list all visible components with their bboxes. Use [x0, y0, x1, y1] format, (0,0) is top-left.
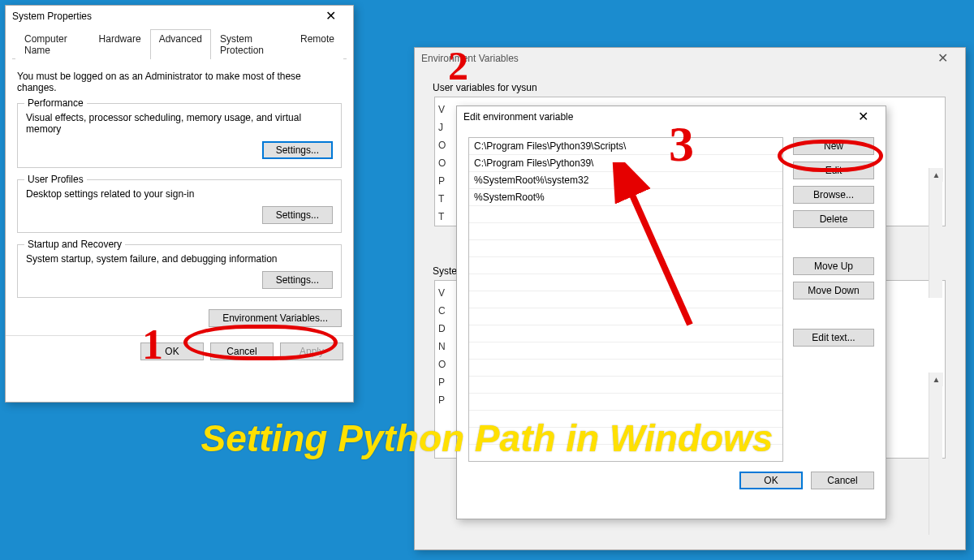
close-icon[interactable]: ✕: [926, 53, 959, 64]
chevron-up-icon[interactable]: ▲: [929, 168, 943, 182]
path-entry-empty[interactable]: [469, 325, 782, 342]
env-parent-title: Environment Variables: [421, 53, 519, 64]
group-user-profiles-label: User Profiles: [24, 174, 87, 185]
group-performance: Performance Visual effects, processor sc…: [17, 103, 342, 168]
path-entry-empty[interactable]: [469, 257, 782, 274]
sysprops-ok-button[interactable]: OK: [140, 342, 204, 360]
edit-text-button[interactable]: Edit text...: [793, 329, 874, 347]
path-entry-empty[interactable]: [469, 206, 782, 223]
sysprops-tab-content: You must be logged on as an Administrato…: [6, 59, 353, 335]
path-entry-empty[interactable]: [469, 240, 782, 257]
path-entry-empty[interactable]: [469, 377, 782, 394]
tab-hardware[interactable]: Hardware: [90, 29, 150, 59]
environment-variables-button[interactable]: Environment Variables...: [209, 309, 342, 327]
tab-system-protection[interactable]: System Protection: [211, 29, 291, 59]
admin-note: You must be logged on as an Administrato…: [17, 71, 342, 93]
sysprops-titlebar: System Properties ✕: [6, 6, 353, 27]
close-icon[interactable]: ✕: [847, 111, 879, 123]
group-performance-label: Performance: [24, 97, 87, 109]
paths-listbox[interactable]: C:\Program Files\Python39\Scripts\ C:\Pr…: [468, 137, 783, 462]
new-button[interactable]: New: [793, 137, 874, 155]
move-up-button[interactable]: Move Up: [793, 257, 874, 275]
sysprops-bottom-buttons: OK Cancel Apply: [6, 335, 353, 367]
user-variables-label: User variables for vysun: [433, 82, 950, 93]
sysprops-tabs: Computer Name Hardware Advanced System P…: [12, 28, 347, 59]
tab-advanced[interactable]: Advanced: [150, 29, 211, 59]
path-entry-empty[interactable]: [469, 428, 782, 445]
tab-computer-name[interactable]: Computer Name: [15, 29, 90, 59]
system-properties-window: System Properties ✕ Computer Name Hardwa…: [5, 5, 354, 403]
path-entry-empty[interactable]: [469, 274, 782, 291]
edit-ok-button[interactable]: OK: [739, 472, 803, 489]
performance-settings-button[interactable]: Settings...: [262, 141, 333, 159]
close-icon[interactable]: ✕: [314, 11, 347, 22]
sysprops-cancel-button[interactable]: Cancel: [210, 342, 274, 360]
env-parent-titlebar: Environment Variables ✕: [415, 48, 965, 69]
edit-environment-variable-window: Edit environment variable ✕ C:\Program F…: [456, 106, 886, 519]
edit-button[interactable]: Edit: [793, 162, 874, 179]
path-entry[interactable]: C:\Program Files\Python39\Scripts\: [469, 138, 782, 155]
path-entry[interactable]: %SystemRoot%\system32: [469, 172, 782, 189]
path-entry-empty[interactable]: [469, 223, 782, 240]
path-entry[interactable]: C:\Program Files\Python39\: [469, 155, 782, 172]
user-profiles-desc: Desktop settings related to your sign-in: [26, 188, 333, 200]
path-entry-empty[interactable]: [469, 342, 782, 360]
path-entry-empty[interactable]: [469, 360, 782, 377]
path-entry-empty[interactable]: [469, 394, 782, 411]
chevron-up-icon[interactable]: ▲: [929, 373, 943, 386]
group-user-profiles: User Profiles Desktop settings related t…: [17, 179, 342, 233]
edit-side-buttons: New Edit Browse... Delete Move Up Move D…: [793, 137, 874, 462]
delete-button[interactable]: Delete: [793, 210, 874, 228]
startup-settings-button[interactable]: Settings...: [262, 271, 333, 289]
sysprops-apply-button[interactable]: Apply: [280, 342, 343, 360]
edit-dialog-title: Edit environment variable: [463, 111, 573, 123]
edit-cancel-button[interactable]: Cancel: [811, 472, 874, 489]
path-entry[interactable]: %SystemRoot%: [469, 189, 782, 206]
move-down-button[interactable]: Move Down: [793, 282, 874, 299]
performance-desc: Visual effects, processor scheduling, me…: [26, 112, 333, 135]
path-entry-empty[interactable]: [469, 411, 782, 428]
sysprops-title: System Properties: [12, 11, 92, 22]
user-profiles-settings-button[interactable]: Settings...: [262, 206, 333, 224]
browse-button[interactable]: Browse...: [793, 186, 874, 204]
group-startup-label: Startup and Recovery: [24, 239, 125, 250]
startup-desc: System startup, system failure, and debu…: [26, 253, 333, 265]
path-entry-empty[interactable]: [469, 308, 782, 325]
tab-remote[interactable]: Remote: [291, 29, 343, 59]
group-startup-recovery: Startup and Recovery System startup, sys…: [17, 244, 342, 298]
scrollbar[interactable]: ▲: [929, 373, 942, 535]
scrollbar[interactable]: ▲: [929, 168, 942, 298]
path-entry-empty[interactable]: [469, 445, 782, 462]
edit-dialog-titlebar: Edit environment variable ✕: [457, 106, 886, 127]
path-entry-empty[interactable]: [469, 291, 782, 308]
